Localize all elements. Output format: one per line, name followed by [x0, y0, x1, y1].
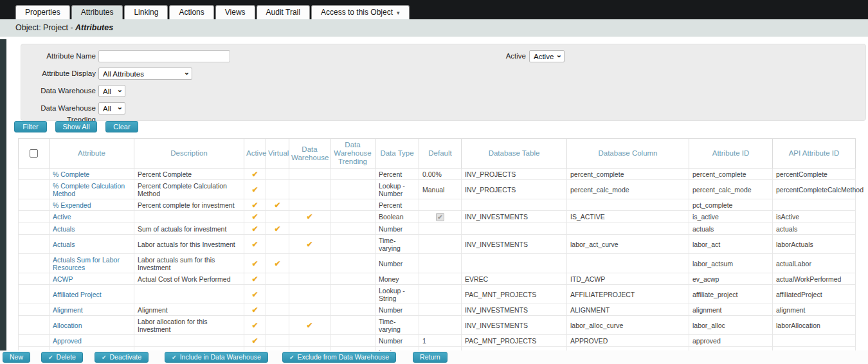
check-icon: ✔: [251, 305, 258, 314]
attribute-name-input[interactable]: [98, 50, 230, 62]
default-cell: [419, 273, 462, 285]
attribute-link[interactable]: Alignment: [53, 306, 83, 314]
check-icon: ✔: [274, 224, 280, 233]
attribute-link[interactable]: Affiliated Project: [53, 291, 102, 298]
data-warehouse-cell: [289, 335, 330, 347]
data-type-cell: Lookup - Number: [375, 180, 419, 199]
tab-strip: PropertiesAttributesLinkingActionsViewsA…: [15, 5, 410, 19]
active-filter-select[interactable]: Active ⌄: [529, 50, 565, 62]
show-all-button[interactable]: Show All: [55, 121, 97, 132]
tab-audit-trail[interactable]: Audit Trail: [257, 5, 310, 19]
table-row: Actuals Sum for Labor ResourcesLabor act…: [19, 254, 856, 273]
return-button[interactable]: Return: [413, 352, 448, 363]
active-cell: ✔: [244, 180, 266, 199]
active-cell: ✔: [244, 335, 266, 347]
virtual-cell: ✔: [266, 254, 289, 273]
attribute-link[interactable]: % Complete: [53, 170, 89, 178]
check-icon: ✔: [251, 275, 258, 284]
exclude-from-data-warehouse-button[interactable]: ✔Exclude from Data Warehouse: [282, 352, 396, 363]
attribute-cell: Actuals: [50, 235, 134, 254]
default-cell: Manual: [419, 180, 462, 199]
virtual-cell: [266, 235, 289, 254]
check-icon: ✔: [251, 336, 258, 345]
dw-trending-cell: [330, 180, 375, 199]
attribute-cell: % Complete Calculation Method: [50, 180, 134, 199]
footer-button-label: Delete: [57, 353, 76, 361]
default-cell: [419, 285, 462, 304]
include-in-data-warehouse-button[interactable]: ✔Include in Data Warehouse: [165, 352, 268, 363]
attribute-link[interactable]: % Complete Calculation Method: [53, 182, 125, 197]
table-row: ACWPActual Cost of Work Performed✔MoneyE…: [19, 273, 856, 285]
column-header-database-column: Database Column: [567, 139, 689, 168]
attribute-link[interactable]: Actuals: [53, 241, 75, 248]
check-icon: ✔: [251, 185, 258, 194]
api-attribute-id-cell: affiliatedProject: [773, 285, 856, 304]
tab-label: Access to this Object: [321, 8, 393, 17]
tab-access-to-this-object[interactable]: Access to this Object▾: [311, 5, 410, 19]
checked-checkbox-disabled: ✔: [436, 213, 444, 221]
tab-views[interactable]: Views: [215, 5, 255, 19]
clear-button[interactable]: Clear: [105, 121, 138, 132]
default-cell: 0.00%: [419, 168, 462, 180]
check-icon: ✔: [251, 212, 258, 221]
database-table-cell: [462, 199, 567, 211]
tab-actions[interactable]: Actions: [169, 5, 213, 19]
database-table-cell: INV_PROJECTS: [462, 168, 567, 180]
attribute-id-cell: approved: [689, 335, 773, 347]
active-cell: ✔: [244, 254, 266, 273]
attribute-id-cell: labor_alloc: [689, 316, 773, 335]
attribute-display-select[interactable]: All Attributes ⌄: [98, 68, 192, 80]
virtual-cell: [266, 180, 289, 199]
attribute-link[interactable]: Actuals: [53, 225, 75, 233]
tab-properties[interactable]: Properties: [15, 5, 70, 19]
virtual-cell: [266, 285, 289, 304]
active-cell: ✔: [244, 168, 266, 180]
attribute-link[interactable]: Allocation: [53, 322, 82, 329]
column-header-database-table: Database Table: [462, 139, 567, 168]
attribute-cell: % Complete: [50, 168, 134, 180]
check-icon: ✔: [172, 354, 177, 361]
delete-button[interactable]: ✔Delete: [41, 352, 83, 363]
api-attribute-id-cell: [773, 335, 856, 347]
database-table-cell: INV_INVESTMENTS: [462, 304, 567, 316]
check-icon: ✔: [251, 201, 258, 210]
database-column-cell: APPROVED: [567, 335, 689, 347]
data-warehouse-cell: [289, 254, 330, 273]
new-button[interactable]: New: [3, 352, 30, 363]
dw-trending-select[interactable]: All ⌄: [98, 102, 125, 114]
row-select-cell: [19, 235, 50, 254]
attribute-link[interactable]: % Expended: [53, 201, 91, 209]
footer-button-label: Include in Data Warehouse: [180, 353, 261, 361]
dw-trending-cell: [330, 304, 375, 316]
attribute-id-cell: percent_complete: [689, 168, 773, 180]
attribute-link[interactable]: Approved: [53, 337, 82, 345]
active-cell: ✔: [244, 316, 266, 335]
active-cell: ✔: [244, 199, 266, 211]
data-warehouse-label: Data Warehouse: [21, 85, 96, 96]
database-table-cell: INV_INVESTMENTS: [462, 211, 567, 223]
default-cell: [419, 235, 462, 254]
chevron-down-icon: ⌄: [556, 51, 562, 59]
data-warehouse-cell: [289, 285, 330, 304]
tab-attributes[interactable]: Attributes: [71, 5, 123, 19]
attribute-id-cell: is_active: [689, 211, 773, 223]
check-icon: ✔: [251, 290, 258, 299]
attribute-link[interactable]: Actuals Sum for Labor Resources: [53, 256, 120, 271]
attribute-link[interactable]: Active: [53, 213, 71, 221]
data-warehouse-select[interactable]: All ⌄: [98, 85, 125, 97]
dw-trending-cell: [330, 235, 375, 254]
database-table-cell: [462, 223, 567, 235]
table-row: Approved✔Number1PAC_MNT_PROJECTSAPPROVED…: [19, 335, 856, 347]
column-header-api-attribute-id: API Attribute ID: [773, 139, 856, 168]
select-all-checkbox[interactable]: [30, 149, 38, 158]
virtual-cell: [266, 304, 289, 316]
tab-linking[interactable]: Linking: [124, 5, 168, 19]
dw-trending-label: Data Warehouse Trending: [21, 102, 96, 114]
row-select-cell: [19, 223, 50, 235]
attribute-link[interactable]: ACWP: [53, 275, 73, 283]
data-type-cell: Percent: [375, 199, 419, 211]
filter-button[interactable]: Filter: [14, 121, 47, 132]
check-icon: ✔: [48, 354, 53, 361]
table-row: Affiliated Project✔Lookup - StringPAC_MN…: [19, 285, 856, 304]
deactivate-button[interactable]: ✔Deactivate: [95, 352, 149, 363]
